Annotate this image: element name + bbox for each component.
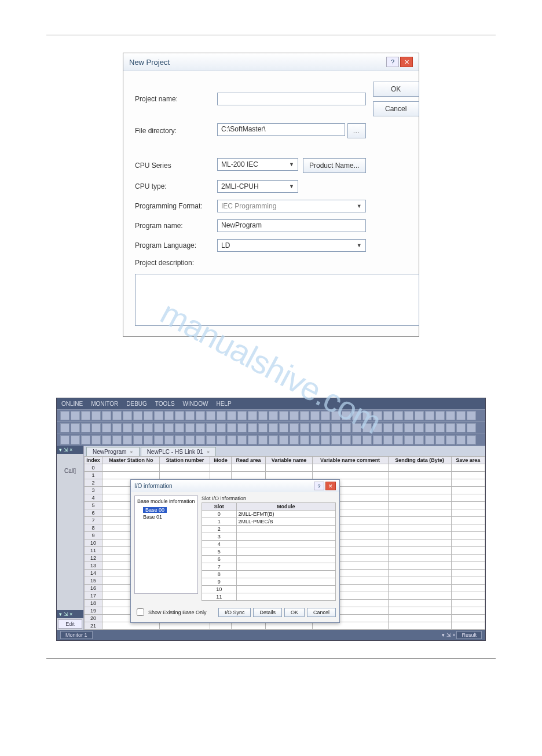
toolbar-icon[interactable] [237, 423, 247, 432]
toolbar-icon[interactable] [425, 411, 434, 420]
toolbar-icon[interactable] [227, 411, 236, 420]
toolbar-icon[interactable] [269, 435, 278, 445]
close-icon[interactable]: ✕ [400, 57, 413, 67]
toolbar-icon[interactable] [154, 411, 163, 420]
ok-button[interactable]: OK [373, 82, 419, 97]
toolbar-icon[interactable] [237, 411, 247, 420]
toolbar-icon[interactable] [467, 423, 476, 432]
toolbar-icon[interactable] [217, 423, 226, 432]
toolbar-icon[interactable] [310, 423, 320, 432]
toolbar-icon[interactable] [446, 411, 455, 420]
close-icon[interactable]: × [130, 449, 133, 455]
toolbar-icon[interactable] [206, 435, 215, 445]
toolbar-icon[interactable] [435, 411, 445, 420]
toolbar-icon[interactable] [352, 435, 361, 445]
tree-node-base01[interactable]: Base 01 [143, 514, 162, 520]
toolbar-icon[interactable] [123, 435, 132, 445]
panel-pin-header[interactable]: ▾ ⇲ × [57, 446, 83, 454]
toolbar-icon[interactable] [102, 423, 111, 432]
toolbar-icon[interactable] [154, 435, 163, 445]
toolbar-icon[interactable] [206, 411, 215, 420]
toolbar-icon[interactable] [456, 423, 466, 432]
toolbar-icon[interactable] [81, 423, 90, 432]
toolbar-icon[interactable] [133, 411, 142, 420]
toolbar-icon[interactable] [164, 423, 174, 432]
toolbar-icon[interactable] [164, 435, 174, 445]
toolbar-icon[interactable] [456, 435, 466, 445]
dialog-titlebar[interactable]: New Project ? ✕ [123, 53, 419, 71]
toolbar-icon[interactable] [112, 423, 122, 432]
menu-tools[interactable]: TOOLS [155, 401, 175, 407]
toolbar-icon[interactable] [196, 435, 205, 445]
browse-button[interactable]: ... [347, 123, 366, 138]
toolbar-icon[interactable] [60, 423, 69, 432]
toolbar-icon[interactable] [81, 411, 90, 420]
cancel-button[interactable]: Cancel [373, 101, 419, 116]
toolbar-icon[interactable] [258, 435, 268, 445]
menu-debug[interactable]: DEBUG [126, 401, 147, 407]
toolbar-icon[interactable] [60, 411, 69, 420]
toolbar-icon[interactable] [175, 423, 184, 432]
toolbar-icon[interactable] [467, 411, 476, 420]
cancel-button[interactable]: Cancel [307, 608, 336, 617]
toolbar-icon[interactable] [258, 423, 268, 432]
menu-online[interactable]: ONLINE [61, 401, 83, 407]
toolbar-icon[interactable] [185, 435, 195, 445]
toolbar-icon[interactable] [300, 423, 309, 432]
toolbar-icon[interactable] [269, 411, 278, 420]
show-existing-checkbox[interactable]: Show Existing Base Only [134, 607, 207, 618]
file-directory-input[interactable]: C:\SoftMaster\ [217, 123, 345, 136]
toolbar-icon[interactable] [154, 423, 163, 432]
toolbar-icon[interactable] [196, 411, 205, 420]
io-sync-button[interactable]: I/O Sync [218, 608, 251, 617]
toolbar-icon[interactable] [446, 423, 455, 432]
toolbar-icon[interactable] [91, 411, 101, 420]
toolbar-icon[interactable] [227, 435, 236, 445]
cpu-series-select[interactable]: ML-200 IEC ▼ [217, 158, 298, 171]
toolbar-icon[interactable] [415, 411, 424, 420]
tab-newprogram[interactable]: NewProgram× [86, 447, 140, 456]
toolbar-icon[interactable] [71, 435, 80, 445]
toolbar-icon[interactable] [133, 423, 142, 432]
toolbar-icon[interactable] [60, 435, 69, 445]
toolbar-icon[interactable] [456, 411, 466, 420]
project-name-input[interactable] [217, 93, 366, 105]
details-button[interactable]: Details [253, 608, 282, 617]
menu-window[interactable]: WINDOW [183, 401, 208, 407]
tree-node-base00[interactable]: Base 00 [143, 507, 167, 513]
menu-help[interactable]: HELP [216, 401, 231, 407]
toolbar-icon[interactable] [133, 435, 142, 445]
toolbar-icon[interactable] [196, 423, 205, 432]
toolbar-icon[interactable] [71, 423, 80, 432]
product-name-button[interactable]: Product Name... [303, 158, 366, 173]
help-icon[interactable]: ? [386, 57, 399, 67]
toolbar-icon[interactable] [185, 411, 195, 420]
toolbar-icon[interactable] [91, 435, 101, 445]
program-name-input[interactable]: NewProgram [217, 219, 366, 232]
toolbar-icon[interactable] [217, 411, 226, 420]
toolbar-icon[interactable] [248, 411, 257, 420]
toolbar-icon[interactable] [81, 435, 90, 445]
close-icon[interactable]: ✕ [325, 482, 336, 490]
toolbar-icon[interactable] [71, 411, 80, 420]
program-language-select[interactable]: LD ▼ [217, 239, 366, 252]
toolbar-icon[interactable] [290, 423, 299, 432]
toolbar-icon[interactable] [102, 435, 111, 445]
toolbar-icon[interactable] [310, 435, 320, 445]
toolbar-icon[interactable] [144, 411, 153, 420]
toolbar-icon[interactable] [185, 423, 195, 432]
toolbar-icon[interactable] [290, 435, 299, 445]
toolbar-icon[interactable] [269, 423, 278, 432]
status-monitor[interactable]: Monitor 1 [60, 631, 93, 639]
toolbar-icon[interactable] [321, 435, 330, 445]
toolbar-icon[interactable] [331, 435, 340, 445]
toolbar-icon[interactable] [342, 435, 351, 445]
toolbar-icon[interactable] [248, 435, 257, 445]
toolbar-icon[interactable] [144, 423, 153, 432]
toolbar-icon[interactable] [290, 411, 299, 420]
toolbar-icon[interactable] [227, 423, 236, 432]
toolbar-icon[interactable] [467, 435, 476, 445]
toolbar-icon[interactable] [123, 411, 132, 420]
toolbar-icon[interactable] [279, 411, 288, 420]
toolbar-icon[interactable] [123, 423, 132, 432]
